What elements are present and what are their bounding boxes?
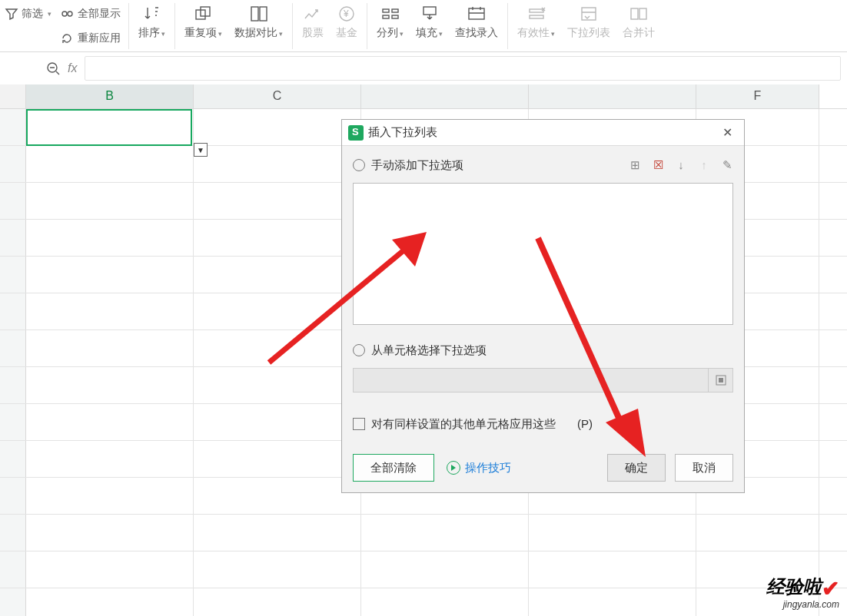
- svg-point-0: [62, 12, 67, 16]
- compare-button[interactable]: 数据对比▾: [228, 2, 289, 41]
- clear-all-button[interactable]: 全部清除: [353, 454, 434, 482]
- dialog-title: 插入下拉列表: [368, 125, 437, 140]
- ribbon-toolbar: 筛选▾ 全部显示 重新应用 排序▾ 重复项▾ 数据对比▾ 股票 ¥ 基金 分列▾: [0, 0, 847, 52]
- svg-rect-16: [582, 8, 596, 20]
- find-entry-icon: [467, 5, 487, 23]
- fund-button[interactable]: ¥ 基金: [330, 2, 364, 41]
- column-header-b[interactable]: B: [26, 84, 194, 108]
- svg-text:¥: ¥: [343, 8, 349, 19]
- zoom-out-icon[interactable]: [46, 61, 60, 75]
- merge-icon: [629, 5, 649, 23]
- svg-point-1: [68, 12, 72, 16]
- validity-icon: [526, 5, 546, 23]
- dropdown-list-button[interactable]: 下拉列表: [561, 2, 616, 41]
- insert-dropdown-dialog: 插入下拉列表 ✕ 手动添加下拉选项 ⊞ ☒ ↓ ↑ ✎ 从单元格选择下拉选项: [341, 119, 745, 493]
- svg-rect-18: [639, 8, 646, 19]
- dedup-button[interactable]: 重复项▾: [178, 2, 228, 41]
- svg-rect-11: [392, 15, 398, 18]
- options-listbox[interactable]: [353, 183, 733, 325]
- sort-button[interactable]: 排序▾: [132, 2, 171, 41]
- fund-icon: ¥: [337, 5, 357, 23]
- validity-button[interactable]: 有效性▾: [511, 2, 561, 41]
- cancel-button[interactable]: 取消: [675, 454, 733, 482]
- svg-rect-21: [719, 378, 723, 383]
- active-cell[interactable]: [26, 109, 192, 146]
- stock-button[interactable]: 股票: [296, 2, 330, 41]
- edit-item-icon[interactable]: ✎: [721, 158, 733, 172]
- play-icon: [447, 461, 460, 475]
- find-entry-button[interactable]: 查找录入: [449, 2, 504, 41]
- range-picker-icon: [716, 375, 726, 386]
- svg-rect-10: [383, 15, 389, 18]
- radio-from-cells[interactable]: [353, 344, 365, 356]
- split-icon: [380, 5, 400, 23]
- column-header-e[interactable]: [529, 84, 696, 108]
- tips-link[interactable]: 操作技巧: [447, 461, 511, 475]
- funnel-icon: [5, 8, 18, 20]
- svg-rect-13: [469, 8, 484, 19]
- svg-rect-8: [383, 9, 389, 12]
- column-header-c[interactable]: C: [194, 84, 361, 108]
- column-headers: B C F: [0, 84, 847, 109]
- svg-rect-17: [631, 8, 638, 19]
- compare-icon: [249, 5, 269, 23]
- dedup-icon: [194, 5, 214, 23]
- svg-rect-5: [260, 7, 267, 21]
- dialog-close-button[interactable]: ✕: [716, 124, 738, 142]
- cell-dropdown-handle[interactable]: ▼: [194, 143, 208, 157]
- apply-same-checkbox[interactable]: [353, 418, 365, 430]
- fill-down-icon: [420, 5, 440, 23]
- merge-button[interactable]: 合并计: [616, 2, 661, 41]
- watermark: 经验啦✔ jingyanla.com: [766, 573, 839, 610]
- svg-rect-14: [530, 9, 543, 12]
- option-from-cells-label: 从单元格选择下拉选项: [371, 343, 487, 358]
- reapply-button[interactable]: 重新应用: [61, 28, 121, 49]
- formula-input[interactable]: [85, 56, 841, 81]
- option-manual-label: 手动添加下拉选项: [371, 158, 463, 173]
- reapply-icon: [61, 32, 75, 45]
- select-all-corner[interactable]: [0, 84, 26, 108]
- svg-rect-4: [251, 7, 258, 21]
- show-all-icon: [61, 8, 75, 20]
- column-header-f[interactable]: F: [696, 84, 819, 108]
- radio-manual[interactable]: [353, 159, 365, 171]
- select-range-button[interactable]: [709, 368, 733, 392]
- stock-icon: [303, 5, 323, 23]
- sort-icon: [143, 5, 161, 23]
- app-logo-icon: [348, 125, 364, 141]
- svg-rect-15: [530, 15, 543, 18]
- show-all-button[interactable]: 全部显示: [61, 3, 121, 25]
- formula-bar: fx: [0, 52, 847, 84]
- move-up-icon[interactable]: ↑: [698, 158, 710, 172]
- apply-same-label: 对有同样设置的其他单元格应用这些(P): [371, 417, 593, 432]
- svg-rect-9: [392, 9, 398, 12]
- cell-range-input[interactable]: [353, 368, 709, 392]
- fill-button[interactable]: 填充▾: [410, 2, 449, 41]
- svg-rect-12: [424, 7, 436, 15]
- add-item-icon[interactable]: ⊞: [629, 158, 641, 172]
- fx-label: fx: [68, 61, 77, 75]
- split-button[interactable]: 分列▾: [370, 2, 410, 41]
- ok-button[interactable]: 确定: [607, 454, 666, 482]
- move-down-icon[interactable]: ↓: [675, 158, 687, 172]
- dropdown-icon: [579, 5, 599, 23]
- column-header-d[interactable]: [361, 84, 529, 108]
- delete-item-icon[interactable]: ☒: [652, 158, 664, 172]
- dialog-titlebar: 插入下拉列表 ✕: [342, 120, 744, 146]
- filter-button[interactable]: 筛选▾: [5, 3, 51, 25]
